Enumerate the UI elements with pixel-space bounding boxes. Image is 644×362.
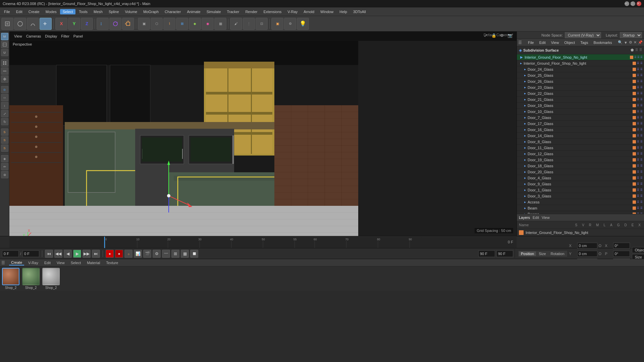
- toolbar-move-mode[interactable]: ✛: [40, 18, 52, 30]
- toolbar-move[interactable]: ↕: [97, 18, 109, 30]
- object-item-7[interactable]: ▸ Door_19_Glass ⠿ ⠿: [517, 103, 644, 109]
- mat-hamburger[interactable]: ☰: [1, 260, 5, 265]
- play-reverse-btn[interactable]: ◀: [64, 250, 72, 258]
- toolbar-y-axis[interactable]: Y: [68, 18, 80, 30]
- toolbar-brush[interactable]: 🖌: [230, 18, 242, 30]
- object-item-6[interactable]: ▸ Door_21_Glass ⠿ ⠿: [517, 97, 644, 103]
- skip-to-end-btn[interactable]: ⏭: [92, 250, 100, 258]
- texture-tab[interactable]: Texture: [104, 260, 120, 265]
- view-tab-mat[interactable]: View: [55, 260, 67, 265]
- object-item-20[interactable]: ▸ Door_9_Glass ⠿ ⠿: [517, 181, 644, 187]
- size-tab[interactable]: Size: [537, 251, 548, 256]
- start-frame-input[interactable]: [22, 250, 39, 257]
- object-item-22[interactable]: ▸ Door_3_Glass ⠿ ⠿: [517, 193, 644, 199]
- record-btn[interactable]: ●: [106, 250, 114, 258]
- object-item-25[interactable]: ▸ Beams ⠿ ⠿: [517, 211, 644, 214]
- om-edit[interactable]: Edit: [537, 40, 548, 45]
- menu-character[interactable]: Character: [162, 9, 183, 14]
- ry-field[interactable]: [613, 251, 630, 257]
- viewport-settings-icon[interactable]: ⚙: [498, 32, 505, 39]
- viewport-menu-filter[interactable]: Filter: [59, 34, 71, 39]
- om-tags[interactable]: Tags: [578, 40, 590, 45]
- om-file[interactable]: File: [526, 40, 536, 45]
- toolbar-polygon[interactable]: ⬡: [151, 18, 163, 30]
- menu-edit[interactable]: Edit: [13, 9, 25, 14]
- viewport-menu-panel[interactable]: Panel: [71, 34, 85, 39]
- edit-tab-mat[interactable]: Edit: [42, 260, 53, 265]
- left-points-btn[interactable]: [1, 59, 8, 67]
- toolbar-generator[interactable]: ⊞: [176, 18, 188, 30]
- left-uvw-btn[interactable]: U: [1, 49, 8, 56]
- object-item-5[interactable]: ▸ Door_22_Glass ⠿ ⠿: [517, 90, 644, 97]
- position-tab[interactable]: Position: [519, 251, 536, 256]
- object-item-2[interactable]: ▸ Door_25_Glass ⠿ ⠿: [517, 72, 644, 78]
- object-item-17[interactable]: ▸ Door_18_Glass ⠿ ⠿: [517, 163, 644, 169]
- object-item-11[interactable]: ▸ Door_16_Glass ⠿ ⠿: [517, 127, 644, 133]
- left-texture-btn[interactable]: [1, 41, 8, 48]
- toolbar-model-mode[interactable]: [1, 18, 13, 30]
- object-item-19[interactable]: ▸ Door_4_Glass ⠿ ⠿: [517, 175, 644, 181]
- left-stamp[interactable]: ⊛: [1, 171, 8, 178]
- pb-motion-btn[interactable]: 〰: [162, 250, 170, 258]
- menu-render[interactable]: Render: [243, 9, 260, 14]
- menu-extensions[interactable]: Extensions: [261, 9, 284, 14]
- material-tab[interactable]: Material: [85, 260, 102, 265]
- node-space-select[interactable]: Current (V-Ray): [565, 32, 601, 38]
- subdiv-x-icon[interactable]: ⠿: [639, 48, 642, 52]
- left-rect-sel[interactable]: ▭: [1, 94, 8, 101]
- om-search-icon[interactable]: 🔍: [618, 40, 623, 45]
- left-edges-btn[interactable]: [1, 67, 8, 75]
- subdiv-expand-icon[interactable]: ⬟: [631, 48, 634, 52]
- viewport-camera-icon[interactable]: 📷: [506, 32, 513, 39]
- menu-volume[interactable]: Volume: [122, 9, 140, 14]
- toolbar-rotate[interactable]: [109, 18, 121, 30]
- viewport[interactable]: View Cameras Display Filter Panel ⤢ 🔒 ⚙ …: [9, 32, 517, 236]
- x-field[interactable]: [577, 243, 597, 249]
- select-tab[interactable]: Select: [69, 260, 83, 265]
- left-model-btn[interactable]: M: [1, 33, 8, 40]
- edit-tab[interactable]: Edit: [533, 216, 539, 220]
- material-item-3[interactable]: Shop_2: [42, 268, 60, 290]
- left-live-sel[interactable]: ◎: [1, 86, 8, 93]
- toolbar-field[interactable]: ▦: [214, 18, 226, 30]
- object-item-12[interactable]: ▸ Door_14_Glass ⠿ ⠿: [517, 133, 644, 139]
- menu-mesh[interactable]: Mesh: [91, 9, 105, 14]
- pb-extra-btn[interactable]: ⊞: [171, 250, 179, 258]
- play-forward-btn[interactable]: ▶▶: [83, 250, 91, 258]
- om-object[interactable]: Object: [562, 40, 577, 45]
- menu-vray[interactable]: V-Ray: [285, 9, 300, 14]
- timeline-btn[interactable]: 📊: [134, 250, 142, 258]
- rx-field[interactable]: [613, 243, 630, 249]
- menu-tracker[interactable]: Tracker: [224, 9, 242, 14]
- toolbar-deformer[interactable]: ◈: [189, 18, 201, 30]
- om-config-icon[interactable]: ⚙: [629, 40, 632, 45]
- viewport-menu-cameras[interactable]: Cameras: [24, 34, 43, 39]
- object-item-14[interactable]: ▸ Door_11_Glass ⠿ ⠿: [517, 145, 644, 151]
- left-scale[interactable]: ⤢: [1, 110, 8, 117]
- menu-simulate[interactable]: Simulate: [204, 9, 224, 14]
- toolbar-render-settings[interactable]: ⚙: [284, 18, 296, 30]
- end-frame-input[interactable]: [478, 250, 495, 257]
- toolbar-select-tool[interactable]: ⊡: [256, 18, 268, 30]
- object-item-3[interactable]: ▸ Door_26_Glass ⠿ ⠿: [517, 78, 644, 84]
- fps-input[interactable]: [496, 250, 513, 257]
- toolbar-spline-mode[interactable]: [27, 18, 39, 30]
- object-mode-select[interactable]: Object (Re): [632, 247, 644, 253]
- object-item-24[interactable]: ▸ Beam ⠿ ⠿: [517, 205, 644, 211]
- menu-arnold[interactable]: Arnold: [301, 9, 317, 14]
- om-pin-icon[interactable]: 📌: [638, 40, 643, 45]
- pb-settings-btn[interactable]: ⚙: [153, 250, 161, 258]
- object-item-13[interactable]: ▸ Door_8_Glass ⠿ ⠿: [517, 139, 644, 145]
- close-button[interactable]: ✕: [637, 1, 641, 6]
- object-item-21[interactable]: ▸ Door_1_Glass ⠿ ⠿: [517, 187, 644, 193]
- create-tab[interactable]: Create: [9, 260, 24, 265]
- current-frame-input[interactable]: [2, 250, 19, 257]
- subdiv-dots-icon[interactable]: ⠿: [635, 48, 638, 52]
- toolbar-x-axis[interactable]: X: [55, 18, 67, 30]
- om-hamburger[interactable]: ☰: [518, 40, 522, 45]
- viewport-expand-icon[interactable]: ⤢: [482, 32, 489, 39]
- toolbar-knife[interactable]: ⋮: [243, 18, 255, 30]
- pb-extra2-btn[interactable]: ▦: [181, 250, 189, 258]
- object-item-18[interactable]: ▸ Door_20_Glass ⠿ ⠿: [517, 169, 644, 175]
- left-s2[interactable]: S: [1, 136, 8, 144]
